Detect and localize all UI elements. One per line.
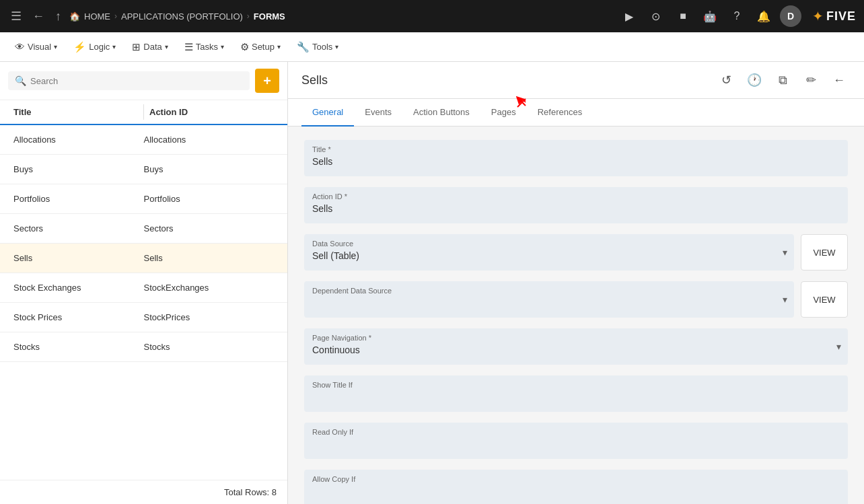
dependent-data-source-label: Dependent Data Source: [312, 287, 786, 295]
action-id-field-label: Action ID *: [312, 192, 840, 201]
edit-button[interactable]: ✏: [799, 69, 822, 92]
row-action-id: StockPrices: [144, 312, 275, 322]
title-field-label: Title *: [312, 145, 840, 153]
page-navigation-field: Page Navigation * Continuous ▾: [304, 328, 848, 365]
search-icon: 🔍: [15, 75, 26, 86]
data-source-value: Sell (Table): [312, 250, 786, 264]
dependent-data-source-with-btn: Dependent Data Source ▾ VIEW: [304, 281, 848, 318]
visual-menu[interactable]: 👁 Visual ▾: [8, 37, 64, 57]
back-button[interactable]: ←: [828, 69, 851, 92]
row-title: Stock Exchanges: [13, 283, 144, 293]
title-field-inner[interactable]: Title * Sells: [304, 140, 848, 176]
page-navigation-chevron-icon: ▾: [836, 341, 841, 352]
search-input[interactable]: [30, 76, 243, 86]
tasks-menu[interactable]: ☰ Tasks ▾: [178, 37, 231, 57]
data-icon: ⊞: [132, 41, 141, 53]
home-icon[interactable]: 🏠: [69, 11, 80, 22]
tab-events[interactable]: Events: [354, 99, 402, 127]
dependent-data-source-field-inner[interactable]: Dependent Data Source ▾: [304, 281, 794, 318]
row-title: Portfolios: [13, 194, 144, 204]
play-button[interactable]: ▶: [618, 5, 640, 27]
tab-action-buttons[interactable]: Action Buttons: [402, 99, 480, 127]
show-title-if-label: Show Title If: [312, 381, 840, 389]
up-arrow-icon[interactable]: ↑: [52, 7, 64, 26]
hamburger-icon[interactable]: ☰: [8, 6, 24, 26]
row-title: Allocations: [13, 135, 144, 145]
tools-icon: 🔧: [297, 41, 310, 53]
show-title-if-field: Show Title If: [304, 375, 848, 412]
visual-chevron-icon: ▾: [54, 43, 57, 50]
list-item[interactable]: Stock Exchanges StockExchanges: [0, 273, 287, 303]
dependent-data-source-field: Dependent Data Source ▾ VIEW: [304, 281, 848, 318]
allow-copy-if-value: [312, 486, 840, 499]
avatar[interactable]: D: [780, 5, 801, 27]
action-id-field-inner[interactable]: Action ID * Sells: [304, 187, 848, 223]
tab-references[interactable]: References: [527, 99, 593, 127]
tasks-chevron-icon: ▾: [221, 43, 224, 50]
row-action-id: Allocations: [144, 135, 275, 145]
home-label[interactable]: HOME: [84, 11, 110, 22]
copy-button[interactable]: ⧉: [771, 69, 794, 92]
data-menu[interactable]: ⊞ Data ▾: [125, 37, 174, 57]
sidebar-search-bar: 🔍 +: [0, 62, 287, 100]
five-logo: ✦ FIVE: [812, 8, 856, 24]
row-title: Stock Prices: [13, 312, 144, 322]
row-action-id: StockExchanges: [144, 283, 275, 293]
list-item[interactable]: Portfolios Portfolios: [0, 184, 287, 214]
list-item[interactable]: Stock Prices StockPrices: [0, 303, 287, 332]
stop-button[interactable]: ■: [672, 5, 694, 27]
page-navigation-label: Page Navigation *: [312, 334, 840, 342]
tools-menu[interactable]: 🔧 Tools ▾: [290, 37, 345, 57]
search-input-container[interactable]: 🔍: [8, 71, 250, 90]
page-navigation-field-inner[interactable]: Page Navigation * Continuous ▾: [304, 328, 848, 365]
show-title-if-field-inner[interactable]: Show Title If: [304, 375, 848, 412]
logic-icon: ⚡: [73, 41, 86, 53]
action-id-field-value: Sells: [312, 203, 840, 217]
list-item[interactable]: Sectors Sectors: [0, 214, 287, 244]
content-title: Sells: [301, 73, 328, 87]
tab-pages[interactable]: Pages: [480, 99, 527, 127]
five-logo-text: FIVE: [826, 9, 856, 24]
read-only-if-field: Read Only If: [304, 423, 848, 459]
list-item[interactable]: Stocks Stocks: [0, 332, 287, 362]
setup-menu[interactable]: ⚙ Setup ▾: [233, 37, 287, 57]
action-id-column-header[interactable]: Action ID: [144, 100, 279, 124]
applications-label[interactable]: APPLICATIONS (PORTFOLIO): [121, 11, 243, 22]
refresh-button[interactable]: ↺: [715, 69, 737, 92]
data-source-chevron-icon: ▾: [783, 247, 787, 258]
row-action-id: Sectors: [144, 223, 275, 233]
row-title: Sells: [13, 253, 144, 263]
total-rows-label: Total Rows: 8: [0, 480, 287, 504]
row-title: Stocks: [13, 342, 144, 352]
row-action-id: Portfolios: [144, 194, 275, 204]
allow-copy-if-field: Allow Copy If: [304, 470, 848, 504]
breadcrumb-sep-2: ›: [247, 11, 250, 21]
arrow-indicator: [516, 96, 530, 110]
data-source-field-inner[interactable]: Data Source Sell (Table) ▾: [304, 234, 794, 271]
read-only-if-field-inner[interactable]: Read Only If: [304, 423, 848, 459]
back-arrow-icon[interactable]: ←: [30, 7, 47, 26]
data-label: Data: [143, 42, 161, 52]
data-source-view-button[interactable]: VIEW: [801, 234, 848, 271]
read-only-if-value: [312, 439, 840, 452]
add-button[interactable]: +: [255, 69, 279, 93]
top-nav-right: ▶ ⊙ ■ 🤖 ? 🔔 D ✦ FIVE: [618, 5, 856, 27]
history-button[interactable]: 🕐: [743, 69, 766, 92]
dependent-data-source-view-button[interactable]: VIEW: [801, 281, 848, 318]
sidebar-list: Allocations Allocations Buys Buys Portfo…: [0, 125, 287, 480]
tab-general[interactable]: General: [301, 99, 354, 127]
list-item[interactable]: Allocations Allocations: [0, 125, 287, 155]
title-column-header[interactable]: Title: [8, 100, 143, 124]
forms-label[interactable]: FORMS: [254, 11, 285, 22]
bell-icon[interactable]: 🔔: [753, 5, 775, 27]
list-item[interactable]: Buys Buys: [0, 155, 287, 184]
help-icon[interactable]: ?: [726, 5, 748, 27]
logic-menu[interactable]: ⚡ Logic ▾: [67, 37, 122, 57]
tasks-label: Tasks: [196, 42, 218, 52]
list-item-active[interactable]: Sells Sells: [0, 244, 287, 273]
robot-icon[interactable]: 🤖: [699, 5, 721, 27]
breadcrumb: 🏠 HOME › APPLICATIONS (PORTFOLIO) › FORM…: [69, 11, 613, 22]
sidebar-header: Title Action ID: [0, 100, 287, 125]
search-button[interactable]: ⊙: [645, 5, 667, 27]
allow-copy-if-field-inner[interactable]: Allow Copy If: [304, 470, 848, 504]
